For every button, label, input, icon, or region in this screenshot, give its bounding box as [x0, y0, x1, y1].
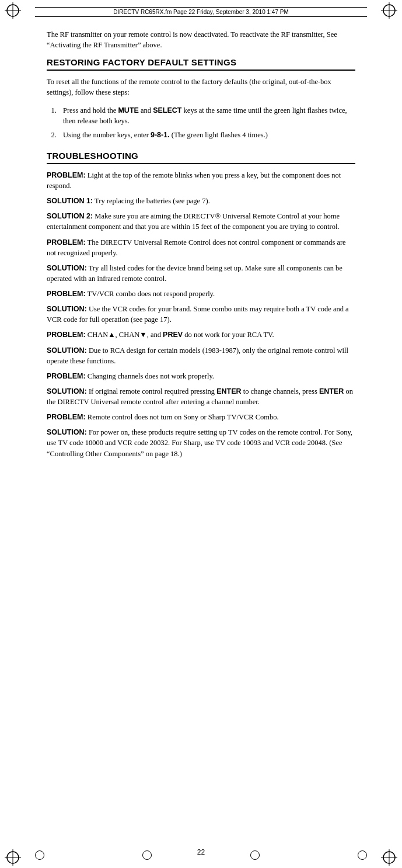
- entry8-text-before: CHAN: [86, 331, 109, 339]
- step-2: Using the number keys, enter 9-8-1. (The…: [58, 130, 355, 140]
- step1-text-mid: and: [139, 106, 153, 114]
- trouble-entry-2: SOLUTION 1: Try replacing the batteries …: [47, 196, 355, 206]
- step1-select: SELECT: [153, 106, 181, 114]
- entry8-label: PROBLEM:: [47, 331, 86, 339]
- entry8-text-mid: , CHAN: [116, 331, 140, 339]
- entry12-label: PROBLEM:: [47, 413, 86, 421]
- section1-heading: RESTORING FACTORY DEFAULT SETTINGS: [47, 57, 355, 71]
- entry7-text: Use the VCR codes for your brand. Some c…: [47, 305, 349, 324]
- bottom-mark-left: [35, 850, 44, 860]
- entry1-text: Light at the top of the remote blinks wh…: [47, 171, 341, 190]
- section2-heading: TROUBLESHOOTING: [47, 151, 355, 164]
- entry5-label: SOLUTION:: [47, 264, 87, 272]
- entry10-text: Changing channels does not work properly…: [86, 372, 214, 380]
- step2-code: 9-8-1.: [151, 131, 170, 139]
- section-troubleshooting: TROUBLESHOOTING PROBLEM: Light at the to…: [47, 151, 355, 459]
- entry9-label: SOLUTION:: [47, 346, 87, 355]
- section1-intro: To reset all the functions of the remote…: [47, 77, 355, 98]
- step2-text-after: (The green light flashes 4 times.): [170, 131, 268, 139]
- entry4-text: The DIRECTV Universal Remote Control doe…: [47, 238, 346, 257]
- entry8-prev: PREV: [163, 331, 183, 339]
- corner-mark-bl: [5, 849, 21, 866]
- step-1: Press and hold the MUTE and SELECT keys …: [58, 105, 355, 126]
- entry11-enter1: ENTER: [216, 387, 241, 395]
- entry8-text-after: do not work for your RCA TV.: [183, 331, 274, 339]
- trouble-entry-8: PROBLEM: CHAN▲, CHAN▼, and PREV do not w…: [47, 329, 355, 340]
- steps-list: Press and hold the MUTE and SELECT keys …: [58, 105, 355, 140]
- step1-mute: MUTE: [118, 106, 138, 114]
- entry11-label: SOLUTION:: [47, 387, 87, 395]
- entry1-label: PROBLEM:: [47, 171, 86, 179]
- bottom-mark-center-right: [250, 850, 260, 860]
- entry11-text-before: If original remote control required pres…: [87, 387, 217, 395]
- entry7-label: SOLUTION:: [47, 305, 87, 313]
- header-text: DIRECTV RC65RX.fm Page 22 Friday, Septem…: [113, 9, 289, 15]
- section-factory-defaults: RESTORING FACTORY DEFAULT SETTINGS To re…: [47, 57, 355, 140]
- entry11-enter2: ENTER: [319, 387, 344, 395]
- step2-text-before: Using the number keys, enter: [63, 131, 151, 139]
- entry8-down-arrow: ▼: [139, 331, 146, 339]
- entry6-text: TV/VCR combo does not respond properly.: [86, 290, 215, 298]
- entry13-text: For power on, these products require set…: [47, 428, 352, 457]
- trouble-entry-1: PROBLEM: Light at the top of the remote …: [47, 170, 355, 191]
- trouble-entry-6: PROBLEM: TV/VCR combo does not respond p…: [47, 289, 355, 299]
- entry12-text: Remote control does not turn on Sony or …: [86, 413, 279, 421]
- corner-mark-br: [381, 849, 397, 866]
- entry4-label: PROBLEM:: [47, 238, 86, 246]
- entry2-label: SOLUTION 1:: [47, 197, 93, 205]
- trouble-entry-3: SOLUTION 2: Make sure you are aiming the…: [47, 211, 355, 232]
- bottom-mark-center-left: [142, 850, 152, 860]
- trouble-entry-7: SOLUTION: Use the VCR codes for your bra…: [47, 304, 355, 325]
- trouble-entry-13: SOLUTION: For power on, these products r…: [47, 427, 355, 459]
- entry11-text-mid: to change channels, press: [242, 387, 319, 395]
- bottom-marks: [35, 850, 367, 860]
- corner-mark-tl: [5, 2, 21, 19]
- entry8-text-mid2: , and: [147, 331, 163, 339]
- trouble-entry-4: PROBLEM: The DIRECTV Universal Remote Co…: [47, 237, 355, 258]
- entry2-text: Try replacing the batteries (see page 7)…: [93, 197, 210, 205]
- trouble-entry-11: SOLUTION: If original remote control req…: [47, 386, 355, 407]
- main-content: The RF transmitter on your remote contro…: [47, 29, 355, 833]
- entry3-label: SOLUTION 2:: [47, 212, 93, 220]
- entry5-text: Try all listed codes for the device bran…: [47, 264, 342, 283]
- trouble-entry-9: SOLUTION: Due to RCA design for certain …: [47, 345, 355, 366]
- trouble-entry-10: PROBLEM: Changing channels does not work…: [47, 371, 355, 381]
- trouble-entry-12: PROBLEM: Remote control does not turn on…: [47, 412, 355, 422]
- entry6-label: PROBLEM:: [47, 290, 86, 298]
- step1-text-before: Press and hold the: [63, 106, 118, 114]
- trouble-entry-5: SOLUTION: Try all listed codes for the d…: [47, 263, 355, 284]
- page-container: DIRECTV RC65RX.fm Page 22 Friday, Septem…: [0, 0, 402, 868]
- entry13-label: SOLUTION:: [47, 428, 87, 436]
- bottom-mark-right: [358, 850, 367, 860]
- entry8-up-arrow: ▲: [108, 331, 115, 339]
- entry10-label: PROBLEM:: [47, 372, 86, 380]
- entry9-text: Due to RCA design for certain models (19…: [47, 346, 348, 365]
- header-bar: DIRECTV RC65RX.fm Page 22 Friday, Septem…: [35, 7, 367, 17]
- corner-mark-tr: [381, 2, 397, 19]
- intro-paragraph: The RF transmitter on your remote contro…: [47, 29, 355, 50]
